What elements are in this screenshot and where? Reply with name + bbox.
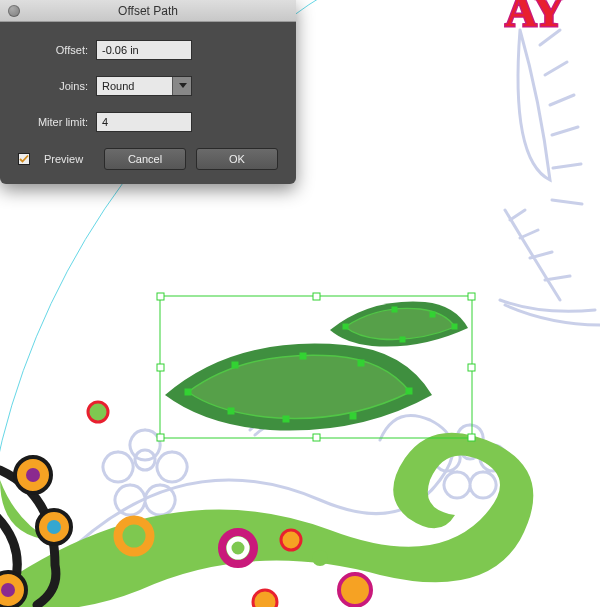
svg-point-14	[339, 574, 371, 606]
svg-rect-34	[468, 364, 475, 371]
dialog-title: Offset Path	[118, 4, 178, 18]
svg-point-15	[253, 590, 277, 607]
svg-rect-24	[343, 324, 348, 329]
svg-rect-21	[350, 413, 356, 419]
svg-rect-20	[406, 388, 412, 394]
miter-input[interactable]: 4	[96, 112, 192, 132]
svg-rect-18	[300, 353, 306, 359]
offset-label: Offset:	[18, 44, 88, 56]
artwork-partial-text: AY	[505, 0, 565, 36]
ok-button[interactable]: OK	[196, 148, 278, 170]
svg-point-6	[47, 520, 61, 534]
svg-rect-23	[228, 408, 234, 414]
svg-rect-25	[392, 307, 397, 312]
green-swirl	[0, 433, 533, 607]
svg-rect-33	[157, 364, 164, 371]
svg-rect-37	[468, 434, 475, 441]
offset-path-dialog: Offset Path Offset: -0.06 in Joins: Roun…	[0, 0, 296, 184]
svg-point-13	[312, 550, 328, 566]
svg-point-4	[26, 468, 40, 482]
dialog-titlebar[interactable]: Offset Path	[0, 0, 296, 22]
check-icon	[19, 154, 29, 164]
svg-rect-19	[358, 360, 364, 366]
svg-point-2	[88, 402, 108, 422]
svg-rect-31	[313, 293, 320, 300]
svg-rect-36	[313, 434, 320, 441]
svg-rect-35	[157, 434, 164, 441]
chevron-down-icon	[179, 83, 187, 88]
joins-label: Joins:	[18, 80, 88, 92]
svg-point-8	[1, 583, 15, 597]
svg-rect-32	[468, 293, 475, 300]
miter-label: Miter limit:	[18, 116, 88, 128]
svg-point-12	[281, 530, 301, 550]
preview-checkbox[interactable]	[18, 153, 30, 165]
svg-rect-22	[283, 416, 289, 422]
offset-input[interactable]: -0.06 in	[96, 40, 192, 60]
cancel-button[interactable]: Cancel	[104, 148, 186, 170]
preview-label: Preview	[44, 153, 83, 165]
close-icon[interactable]	[8, 5, 20, 17]
svg-rect-27	[452, 324, 457, 329]
joins-select[interactable]: Round	[96, 76, 192, 96]
svg-rect-17	[232, 362, 238, 368]
svg-rect-26	[430, 312, 435, 317]
svg-rect-28	[400, 337, 405, 342]
svg-rect-16	[185, 389, 191, 395]
svg-rect-30	[157, 293, 164, 300]
